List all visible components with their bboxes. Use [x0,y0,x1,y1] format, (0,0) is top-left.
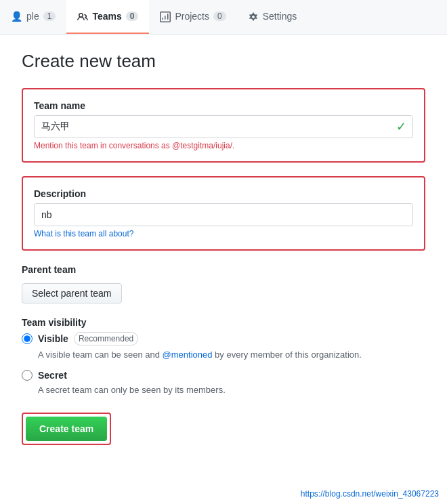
select-parent-team-button[interactable]: Select parent team [22,283,122,303]
description-label: Description [34,188,413,199]
secret-radio-row: Secret [22,370,425,381]
visible-radio-label[interactable]: Visible [38,333,68,344]
recommended-badge: Recommended [74,332,138,345]
visible-radio[interactable] [22,333,33,344]
people-icon: 👤 [11,11,22,22]
description-input[interactable] [34,203,413,226]
visible-option-desc: A visible team can be seen and @mentione… [38,348,425,362]
description-section: Description What is this team all about? [22,176,425,251]
parent-team-section: Parent team Select parent team [22,264,425,303]
projects-icon [160,10,171,22]
team-name-label: Team name [34,100,413,111]
secret-option-desc: A secret team can only be seen by its me… [38,383,425,397]
tab-teams-badge: 0 [126,12,139,21]
tab-bar: 👤 ple 1 Teams 0 Projects 0 Settings [0,0,447,35]
visibility-label: Team visibility [22,317,425,328]
parent-team-label: Parent team [22,264,425,275]
tab-teams[interactable]: Teams 0 [66,0,149,34]
tab-settings-label: Settings [263,11,297,22]
tab-people[interactable]: 👤 ple 1 [0,0,66,34]
description-hint: What is this team all about? [34,229,413,238]
teams-icon [77,10,88,22]
secret-radio-label[interactable]: Secret [38,370,67,381]
tab-projects-badge: 0 [213,12,226,21]
visibility-section: Team visibility Visible Recommended A vi… [22,317,425,396]
tab-settings[interactable]: Settings [237,0,308,34]
team-name-section: Team name ✓ Mention this team in convers… [22,88,425,163]
mentioned-link[interactable]: @mentioned [163,350,213,360]
visibility-option-visible: Visible Recommended A visible team can b… [22,332,425,362]
create-team-button-wrapper: Create team [22,413,111,445]
valid-check-icon: ✓ [396,119,406,134]
settings-icon [248,10,259,22]
tab-projects[interactable]: Projects 0 [149,0,236,34]
team-name-input[interactable] [34,115,413,138]
secret-radio[interactable] [22,370,33,381]
tab-projects-label: Projects [175,11,209,22]
create-team-button[interactable]: Create team [26,417,107,441]
main-content: Create new team Team name ✓ Mention this… [0,35,447,475]
team-name-input-wrapper: ✓ [34,115,413,138]
visible-radio-row: Visible Recommended [22,332,425,345]
tab-people-badge: 1 [43,12,56,21]
tab-people-label: ple [26,11,39,22]
team-name-hint: Mention this team in conversations as @t… [34,141,413,150]
page-title: Create new team [22,51,425,72]
tab-teams-label: Teams [92,11,121,22]
footer-link[interactable]: https://blog.csdn.net/weixin_43067223 [301,489,439,499]
visibility-option-secret: Secret A secret team can only be seen by… [22,370,425,397]
